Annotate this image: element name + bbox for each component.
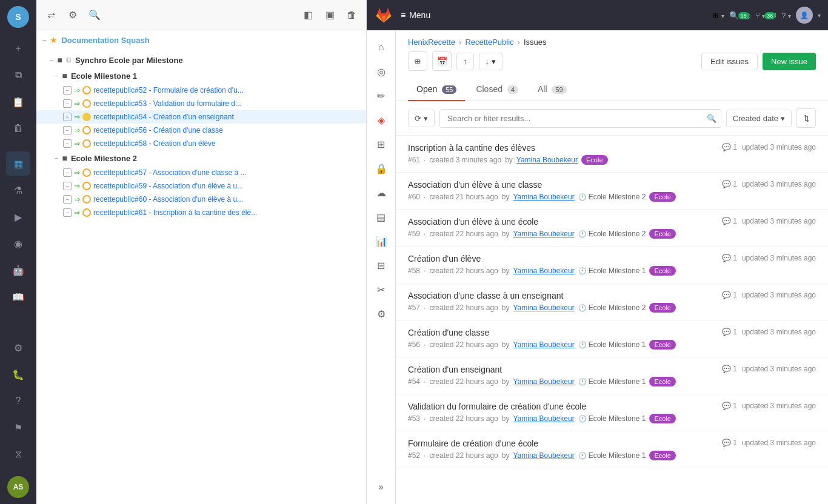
tree-tool-settings[interactable]: ⚙ <box>64 7 81 24</box>
issue-title-link-57[interactable]: Association d'une classe à un enseignant <box>408 291 563 300</box>
user-avatar-app[interactable]: AS <box>7 476 29 498</box>
topnav-search-btn[interactable]: 🔍 <box>729 11 739 20</box>
nav-icon-play[interactable]: ▶ <box>6 205 30 229</box>
issue-title-link-60[interactable]: Association d'un élève à une classe <box>408 180 542 190</box>
sort-direction-button[interactable]: ⇅ <box>796 108 816 128</box>
nav-icon-tools[interactable]: ⚙ <box>6 336 30 360</box>
item56-label[interactable]: recettepublic#56 - Création d'une classe <box>93 126 360 134</box>
tree-tool-collapse-all[interactable]: ◧ <box>299 7 316 24</box>
topnav-new-btn[interactable]: ⊕ ▾ <box>712 11 724 20</box>
issue-title-link-58[interactable]: Création d'un élève <box>408 254 481 264</box>
gl-sidebar-snippets[interactable]: ✏ <box>370 85 392 107</box>
gl-sidebar-security[interactable]: 🔒 <box>370 158 392 179</box>
tree-tool-delete[interactable]: 🗑 <box>343 7 360 24</box>
breadcrumb-org[interactable]: HenixRecette <box>408 38 455 47</box>
filter-history-button[interactable]: ⟳ ▾ <box>408 110 435 127</box>
issue-author-60[interactable]: Yamina Boubekeur <box>513 193 574 201</box>
nav-icon-dashboard[interactable]: ▦ <box>6 151 30 176</box>
item53-label[interactable]: recettepublic#53 - Validation du formula… <box>93 99 360 108</box>
tree-collapse-btn[interactable]: − <box>42 36 46 44</box>
nav-icon-trash[interactable]: 🗑 <box>6 116 30 141</box>
milestone2-header[interactable]: − ■ Ecole Milestone 2 <box>36 150 366 166</box>
tab-open[interactable]: Open 55 <box>408 78 465 101</box>
gl-sidebar-environments[interactable]: ☁ <box>370 182 392 204</box>
gl-sidebar-expand-icon[interactable]: » <box>370 476 392 498</box>
issue-title-link-52[interactable]: Formulaire de création d'une école <box>408 439 538 448</box>
item54-label[interactable]: recettepublic#54 - Création d'un enseign… <box>93 113 360 121</box>
nav-icon-test[interactable]: ⚗ <box>6 178 30 202</box>
issue-author-52[interactable]: Yamina Boubekeur <box>513 451 574 460</box>
item57-label[interactable]: recettepublic#57 - Association d'une cla… <box>93 168 360 177</box>
gl-sidebar-expand[interactable]: » <box>370 476 392 498</box>
issue-title-link-56[interactable]: Création d'une classe <box>408 328 489 337</box>
topnav-merge-btn[interactable]: ⑂ ▾ <box>755 11 766 20</box>
nav-icon-plus[interactable]: ＋ <box>6 36 30 61</box>
tree-item-54[interactable]: − ⇒ recettepublic#54 - Création d'un ens… <box>36 110 366 124</box>
tree-item-53[interactable]: − ⇒ recettepublic#53 - Validation du for… <box>36 97 366 110</box>
gl-sidebar-analytics[interactable]: 📊 <box>370 230 392 252</box>
search-input[interactable] <box>439 109 721 128</box>
issue-title-link-53[interactable]: Validation du formulaire de création d'u… <box>408 402 586 411</box>
issue-title-link-61[interactable]: Inscription à la cantine des élèves <box>408 143 535 153</box>
search-submit-icon[interactable]: 🔍 <box>707 114 716 123</box>
topnav-issues-btn[interactable]: ◉ 18 <box>744 11 750 20</box>
issue-title-link-59[interactable]: Association d'un élève à une école <box>408 217 538 227</box>
topnav-user-avatar[interactable]: 👤 <box>796 7 813 24</box>
tree-item-60[interactable]: − ⇒ recettepublic#60 - Association d'un … <box>36 193 366 206</box>
issue-author-56[interactable]: Yamina Boubekeur <box>513 340 574 349</box>
gl-sidebar-groups[interactable]: ⊞ <box>370 133 392 155</box>
tree-item-57[interactable]: − ⇒ recettepublic#57 - Association d'une… <box>36 166 366 179</box>
tree-item-58[interactable]: − ⇒ recettepublic#58 - Création d'un élè… <box>36 137 366 150</box>
gl-sidebar-board[interactable]: ⊟ <box>370 254 392 276</box>
nav-icon-help[interactable]: ? <box>6 389 30 413</box>
topnav-help-btn[interactable]: ? ▾ <box>781 11 791 20</box>
nav-icon-book[interactable]: 📖 <box>6 285 30 309</box>
tree-item-52[interactable]: − ⇒ recettepublic#52 - Formulaire de cré… <box>36 84 366 97</box>
issue-author-53[interactable]: Yamina Boubekeur <box>513 414 574 423</box>
edit-issues-button[interactable]: Edit issues <box>701 53 758 70</box>
gl-sidebar-activity[interactable]: ◈ <box>370 109 392 131</box>
tree-section-synchro-header[interactable]: − ■ ⧉ Synchro Ecole par Milestone <box>36 52 366 68</box>
topnav-notifications-btn[interactable]: ✉ 36 <box>770 11 776 20</box>
item59-label[interactable]: recettepublic#59 - Association d'un élèv… <box>93 182 360 190</box>
nav-icon-filter[interactable]: ⧖ <box>6 442 30 466</box>
share-button[interactable]: ↑ <box>456 53 474 70</box>
gl-sidebar-settings[interactable]: ⚙ <box>370 303 392 325</box>
gl-sidebar-monitor[interactable]: ▤ <box>370 206 392 228</box>
nav-icon-flag[interactable]: ⚑ <box>6 416 30 440</box>
tree-tool-sync[interactable]: ⇌ <box>42 7 59 24</box>
tree-item-59[interactable]: − ⇒ recettepublic#59 - Association d'un … <box>36 179 366 193</box>
nav-icon-bug[interactable]: 🐛 <box>6 362 30 386</box>
tree-item-56[interactable]: − ⇒ recettepublic#56 - Création d'une cl… <box>36 124 366 137</box>
gl-sidebar-issues[interactable]: ◎ <box>370 61 392 82</box>
tree-tool-expand-all[interactable]: ▣ <box>321 7 338 24</box>
tree-item-61[interactable]: − ⇒ recettepublic#61 - Inscription à la … <box>36 206 366 219</box>
issue-author-58[interactable]: Yamina Boubekeur <box>513 267 574 275</box>
calendar-button[interactable]: 📅 <box>432 51 452 71</box>
tree-tool-search[interactable]: 🔍 <box>86 7 103 24</box>
nav-icon-clipboard[interactable]: 📋 <box>6 90 30 114</box>
milestone1-header[interactable]: − ■ Ecole Milestone 1 <box>36 68 366 84</box>
download-button[interactable]: ↓ ▾ <box>479 53 503 70</box>
issue-author-57[interactable]: Yamina Boubekeur <box>513 303 574 312</box>
issue-author-54[interactable]: Yamina Boubekeur <box>513 377 574 386</box>
issue-author-61[interactable]: Yamina Boubekeur <box>516 156 578 164</box>
item58-label[interactable]: recettepublic#58 - Création d'un élève <box>93 139 360 148</box>
gl-sidebar-home[interactable]: ⌂ <box>370 36 392 58</box>
new-issue-button[interactable]: New issue <box>763 53 816 70</box>
nav-icon-chart[interactable]: ◉ <box>6 231 30 256</box>
breadcrumb-project[interactable]: RecettePublic <box>465 38 513 47</box>
issue-author-59[interactable]: Yamina Boubekeur <box>513 230 574 238</box>
sort-created-date-button[interactable]: Created date ▾ <box>726 110 792 127</box>
tab-closed[interactable]: Closed 4 <box>467 78 527 101</box>
menu-button[interactable]: ≡ Menu <box>401 10 430 20</box>
item60-label[interactable]: recettepublic#60 - Association d'un élèv… <box>93 195 360 204</box>
issue-title-link-54[interactable]: Création d'un enseignant <box>408 365 502 374</box>
rss-button[interactable]: ⊕ <box>408 51 427 71</box>
item61-label[interactable]: recettepublic#61 - Inscription à la cant… <box>93 208 360 217</box>
nav-icon-copy[interactable]: ⧉ <box>6 63 30 87</box>
nav-icon-robot[interactable]: 🤖 <box>6 258 30 282</box>
tab-all[interactable]: All 59 <box>529 78 575 101</box>
item52-label[interactable]: recettepublic#52 - Formulaire de créatio… <box>93 86 360 94</box>
gl-sidebar-scissors[interactable]: ✂ <box>370 279 392 300</box>
